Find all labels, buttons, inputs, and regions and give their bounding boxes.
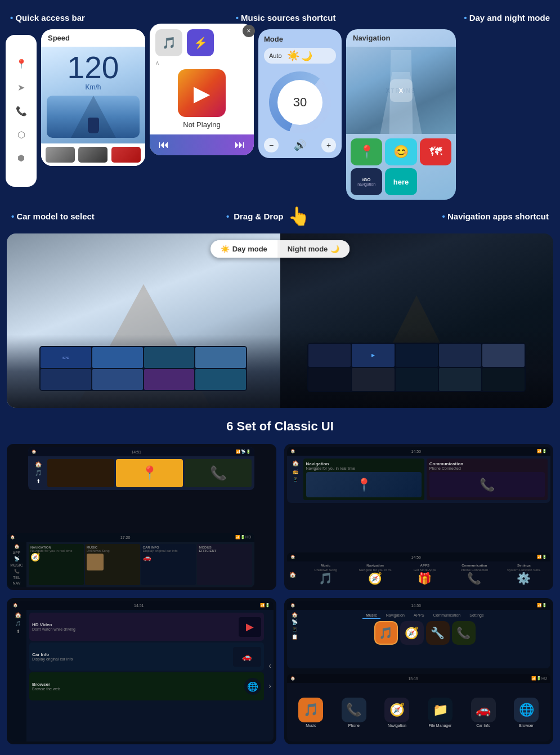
cube-icon[interactable]: ⬡ [14,127,29,142]
sun-icon[interactable]: ☀️ [287,50,299,62]
night-mode-image: ▶ [280,233,554,408]
bluetooth-icon[interactable]: ⚡ [187,29,214,56]
classic-ui-screen-3: 🏠 14:51 📶🔋 🏠 🎵 ⬆ HD Video [7,598,276,744]
nav-apps-annotation: • Navigation apps shortcut [442,212,549,221]
moon-mode-icon: 🌙 [330,245,339,253]
classic-ui-screen-2: 🏠 14:50 📶🔋 🏠 📻 📱 Navigation Navigate for… [284,444,554,590]
igo-app[interactable]: iGO navigation [351,168,382,195]
volume-plus-button[interactable]: + [321,138,336,152]
day-mode-button[interactable]: ☀️ Day mode [210,240,277,258]
mode-volume-card: Mode Auto ☀️ 🌙 30 − 🔊 + [258,29,342,158]
mode-label: Mode [264,35,336,43]
music-status: Not Playing [183,120,220,129]
car-model-annotation: • Car model to select [11,212,95,221]
classic-ui-screen-1: 🏠 14:51 📶📡🔋 🏠 🎵 ⬆ 📍 📞 [7,444,276,590]
close-button[interactable]: × [243,25,255,37]
hexagon-icon[interactable]: ⬢ [14,150,29,166]
speed-unit: Km/h [47,83,140,91]
speed-card-header: Speed [41,29,145,47]
navigation-icon[interactable]: ➤ [14,79,29,95]
speed-value: 120 [47,52,140,83]
quick-access-card: 📍 ➤ 📞 ⬡ ⬢ [6,35,37,187]
auto-mode-label: Auto [266,51,285,60]
quick-access-annotation: • Quick access bar [10,13,85,23]
sygic-app[interactable]: 🗺 [420,138,451,165]
speed-card: Speed 120 Km/h [41,29,145,166]
classic-ui-screen-4: 🏠 14:56 📶🔋 🏠 📡 📱 📋 Music Navigati [284,598,554,744]
classic-ui-title: 6 Set of Classic UI [7,419,553,434]
prev-button[interactable]: ⏮ [159,139,169,151]
next-button[interactable]: ⏭ [235,139,245,151]
moon-icon[interactable]: 🌙 [301,51,312,61]
drag-drop-annotation: • Drag & Drop 👆 [226,205,311,227]
music-source-note-icon: 🎵 [155,29,182,56]
here-app[interactable]: here [385,168,416,195]
volume-minus-button[interactable]: − [264,138,279,152]
waze-app[interactable]: 😊 [385,138,416,165]
classic-ui-section: 6 Set of Classic UI 🏠 14:51 📶📡🔋 🏠 🎵 ⬆ [0,408,560,755]
phone-icon[interactable]: 📞 [14,103,29,119]
hand-cursor-icon: 👆 [288,205,310,227]
navigation-card-header: Navigation [346,29,456,47]
speaker-icon: 🔊 [294,139,306,151]
location-icon[interactable]: 📍 [14,56,29,71]
navigation-card: Navigation XTRONS X 📍 😊 🗺 iGO navigation… [346,29,456,200]
day-night-annotation: • Day and night mode [464,13,550,23]
google-maps-app[interactable]: 📍 [351,138,382,165]
volume-knob[interactable]: 30 [277,80,322,125]
night-mode-button[interactable]: Night mode 🌙 [277,240,350,258]
day-mode-image: SPD [7,233,280,408]
music-card: 🎵 ⚡ ∧ ▶ Not Playing ⏮ ⏭ [150,24,254,155]
mode-toggle[interactable]: Auto ☀️ 🌙 [264,48,336,64]
music-sources-annotation: • Music sources shortcut [236,13,336,23]
day-night-toggle[interactable]: ☀️ Day mode Night mode 🌙 [210,240,350,258]
sun-mode-icon: ☀️ [221,245,230,253]
